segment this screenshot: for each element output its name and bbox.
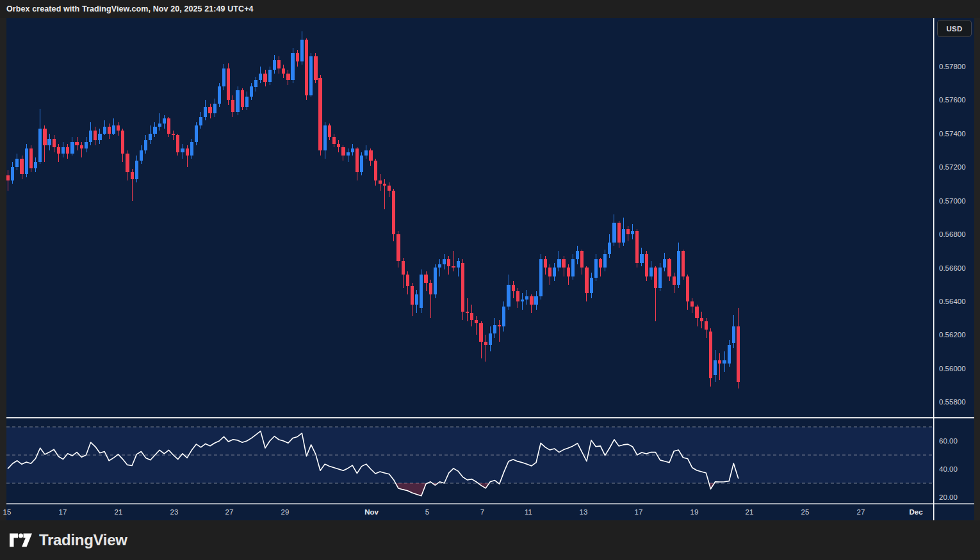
candle-wick: [453, 251, 454, 271]
candle-up: [493, 325, 496, 333]
candlestick-series[interactable]: [6, 31, 740, 388]
time-axis-label: 29: [281, 508, 290, 516]
candle-up: [443, 259, 446, 264]
candle-down: [709, 332, 712, 378]
candle-up: [254, 80, 257, 87]
candle-down: [667, 259, 671, 276]
candle-down: [108, 127, 111, 134]
candle-down: [544, 259, 547, 268]
candle-down: [424, 275, 427, 283]
candle-down: [355, 148, 359, 172]
time-axis-label: 25: [801, 508, 810, 516]
candle-up: [85, 142, 88, 149]
candle-up: [268, 70, 272, 81]
candle-down: [172, 134, 175, 136]
candle-down: [626, 229, 630, 234]
candle-up: [622, 229, 625, 243]
candle-down: [567, 268, 570, 276]
candle-down: [470, 313, 473, 320]
time-axis-label: 17: [59, 508, 67, 516]
price-axis-label: 0.56400: [939, 298, 966, 305]
candle-up: [612, 223, 616, 243]
candle-up: [11, 167, 14, 180]
candle-down: [305, 40, 308, 95]
candle-down: [337, 144, 340, 147]
time-axis[interactable]: 151721232729Nov5711131719212527Dec: [3, 508, 924, 516]
candle-up: [309, 56, 313, 95]
candle-up: [38, 129, 42, 162]
candle-down: [411, 286, 414, 305]
candle-down: [686, 276, 689, 301]
candle-up: [144, 140, 147, 150]
candle-wick: [486, 335, 486, 362]
candle-down: [498, 325, 501, 327]
candle-up: [714, 360, 717, 376]
price-axis-label: 0.57400: [939, 130, 966, 138]
candle-down: [516, 291, 519, 301]
candle-up: [557, 259, 560, 268]
candle-down: [121, 131, 124, 154]
candle-down: [282, 68, 285, 74]
candle-up: [61, 147, 65, 154]
time-axis-label: Nov: [364, 508, 379, 516]
candle-down: [475, 320, 478, 323]
candle-down: [406, 275, 409, 286]
candle-up: [351, 148, 354, 152]
candle-down: [484, 342, 487, 345]
candle-up: [204, 107, 207, 117]
candle-up: [163, 118, 166, 124]
price-axis-label: 0.55800: [939, 398, 966, 406]
candle-down: [396, 234, 400, 261]
candle-down: [580, 251, 584, 268]
candle-down: [383, 184, 386, 186]
price-axis-separator: [933, 18, 935, 520]
rsi-pane[interactable]: [6, 427, 933, 483]
candle-up: [89, 131, 92, 142]
candle-up: [649, 268, 653, 276]
candle-up: [658, 268, 662, 287]
candle-down: [332, 137, 336, 144]
candle-up: [631, 231, 634, 234]
footer-bar: TradingView: [0, 520, 980, 560]
candle-down: [392, 191, 395, 234]
candle-down: [231, 100, 234, 111]
candle-up: [502, 307, 505, 326]
candle-down: [227, 68, 230, 100]
currency-toggle-button[interactable]: USD: [937, 20, 972, 37]
candle-up: [213, 104, 216, 114]
time-axis-label: 27: [225, 508, 234, 516]
candle-down: [512, 285, 515, 292]
pane-separator[interactable]: [6, 417, 974, 419]
candle-up: [195, 125, 198, 142]
candle-wick: [467, 298, 468, 322]
time-axis-label: 11: [525, 508, 532, 516]
candle-wick: [384, 179, 385, 209]
candle-down: [277, 60, 281, 68]
price-axis-label: 0.57800: [939, 63, 966, 70]
candle-down: [374, 161, 377, 180]
candle-down: [402, 261, 405, 275]
candle-down: [447, 259, 450, 266]
candle-up: [590, 278, 593, 293]
candle-down: [673, 276, 676, 285]
price-axis[interactable]: 0.578000.576000.574000.572000.570000.568…: [939, 63, 966, 406]
candle-down: [682, 251, 685, 276]
candle-up: [273, 60, 276, 70]
candle-wick: [173, 131, 174, 141]
candle-up: [364, 150, 368, 156]
candle-down: [645, 254, 648, 276]
candle-down: [117, 125, 120, 131]
candle-up: [594, 259, 598, 278]
candle-down: [341, 147, 345, 156]
candle-down: [29, 148, 33, 168]
candle-up: [489, 333, 492, 345]
chart-canvas[interactable]: 0.578000.576000.574000.572000.570000.568…: [0, 0, 980, 560]
tradingview-brand-link[interactable]: TradingView: [0, 531, 127, 549]
candle-up: [525, 296, 528, 300]
rsi-axis[interactable]: 60.0040.0020.00: [939, 437, 958, 501]
candle-down: [466, 312, 469, 314]
candle-wick: [348, 148, 348, 162]
candle-up: [222, 68, 225, 87]
candle-up: [135, 161, 138, 179]
candle-down: [241, 90, 244, 107]
